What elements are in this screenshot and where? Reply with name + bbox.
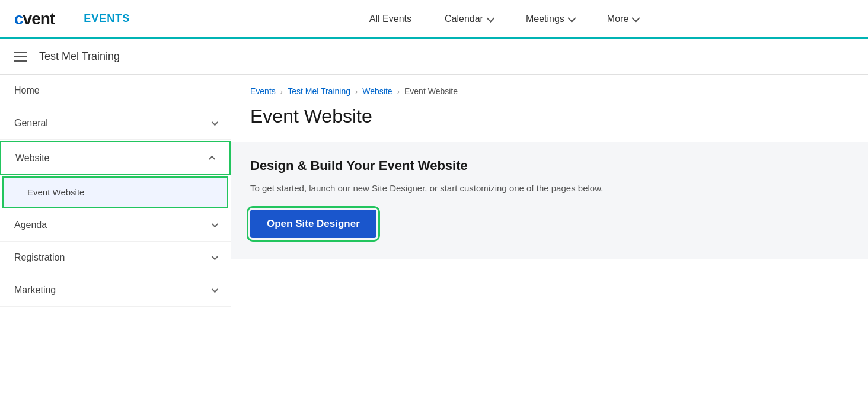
chevron-down-icon: [212, 286, 218, 293]
sidebar-item-marketing[interactable]: Marketing: [0, 274, 231, 307]
chevron-down-icon: [212, 253, 218, 260]
nav-meetings[interactable]: Meetings: [509, 0, 591, 38]
breadcrumb-website[interactable]: Website: [362, 86, 392, 96]
nav-calendar[interactable]: Calendar: [428, 0, 509, 38]
chevron-down-icon: [632, 14, 640, 22]
nav-all-events[interactable]: All Events: [353, 0, 428, 38]
logo-vent: vent: [23, 9, 55, 28]
breadcrumb-events[interactable]: Events: [250, 86, 276, 96]
logo-events: EVENTS: [84, 12, 130, 25]
sidebar-item-website[interactable]: Website: [0, 141, 231, 175]
sidebar-item-general[interactable]: General: [0, 107, 231, 140]
breadcrumb-sep-2: ›: [355, 87, 358, 96]
chevron-down-icon: [486, 14, 494, 22]
breadcrumb-event-name[interactable]: Test Mel Training: [288, 86, 350, 96]
event-title: Test Mel Training: [39, 50, 120, 63]
chevron-up-icon: [209, 156, 215, 162]
design-description: To get started, launch our new Site Desi…: [250, 182, 849, 195]
brand-logo[interactable]: cvent: [14, 9, 55, 28]
logo-c: c: [14, 9, 23, 28]
nav-links: All Events Calendar Meetings More: [154, 0, 854, 38]
breadcrumb-sep-3: ›: [397, 87, 400, 96]
breadcrumb-sep-1: ›: [280, 87, 283, 96]
sidebar-item-registration[interactable]: Registration: [0, 242, 231, 274]
logo-divider: [69, 9, 69, 28]
chevron-down-icon: [567, 14, 576, 22]
page-title: Event Website: [231, 105, 868, 142]
chevron-down-icon: [212, 221, 218, 227]
sidebar: Home General Website Event Website Agend…: [0, 75, 231, 398]
design-title: Design & Build Your Event Website: [250, 158, 849, 174]
top-navigation: cvent EVENTS All Events Calendar Meeting…: [0, 0, 868, 39]
chevron-down-icon: [212, 119, 218, 126]
sidebar-sub-item-event-website[interactable]: Event Website: [2, 176, 228, 208]
hamburger-menu-icon[interactable]: [12, 50, 30, 64]
open-site-designer-button[interactable]: Open Site Designer: [250, 210, 376, 238]
content-area: Events › Test Mel Training › Website › E…: [231, 75, 868, 398]
sidebar-item-home[interactable]: Home: [0, 75, 231, 107]
main-layout: Home General Website Event Website Agend…: [0, 75, 868, 398]
sidebar-item-agenda[interactable]: Agenda: [0, 209, 231, 242]
sub-header: Test Mel Training: [0, 39, 868, 75]
breadcrumb-current: Event Website: [404, 86, 458, 96]
breadcrumb: Events › Test Mel Training › Website › E…: [231, 75, 868, 105]
design-section: Design & Build Your Event Website To get…: [231, 142, 868, 259]
logo-area: cvent EVENTS: [14, 9, 130, 28]
nav-more[interactable]: More: [591, 0, 655, 38]
